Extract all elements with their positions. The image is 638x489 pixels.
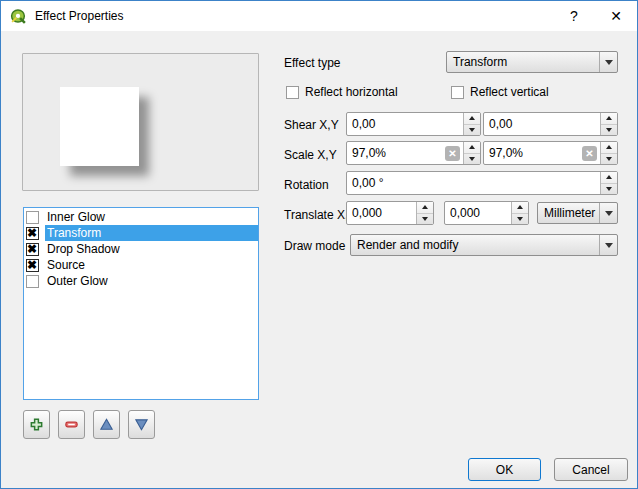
list-item[interactable]: Transform xyxy=(24,225,258,241)
effect-properties-dialog: Effect Properties ? ✕ Inner Glow Transfo… xyxy=(0,0,638,489)
checkbox-label: Reflect horizontal xyxy=(305,85,398,99)
move-down-icon xyxy=(134,417,149,432)
spin-down-button[interactable] xyxy=(512,214,528,225)
effect-label: Transform xyxy=(45,225,258,241)
shear-y-spinbox[interactable]: 0,00 xyxy=(483,112,618,136)
effect-checkbox[interactable] xyxy=(26,211,39,224)
shear-x-spinbox[interactable]: 0,00 xyxy=(346,112,481,136)
scale-label: Scale X,Y xyxy=(284,148,337,162)
effect-type-select[interactable]: Transform xyxy=(446,51,618,73)
shear-y-value: 0,00 xyxy=(484,113,600,135)
effect-type-label: Effect type xyxy=(284,56,340,70)
scale-x-spinbox[interactable]: 97,0% ✕ xyxy=(346,141,481,165)
scale-y-value: 97,0% xyxy=(484,142,582,164)
scale-x-value: 97,0% xyxy=(347,142,445,164)
effect-preview xyxy=(22,53,259,191)
translate-x-spinbox[interactable]: 0,000 xyxy=(346,201,434,225)
chevron-down-icon xyxy=(599,203,617,223)
spin-down-button[interactable] xyxy=(464,125,480,136)
translate-y-spinbox[interactable]: 0,000 xyxy=(444,201,529,225)
reflect-vertical-checkbox[interactable]: Reflect vertical xyxy=(451,85,549,99)
spin-down-button[interactable] xyxy=(601,125,617,136)
effect-label: Source xyxy=(45,257,258,273)
checkbox-box xyxy=(451,86,464,99)
effect-checkbox[interactable] xyxy=(26,275,39,288)
spin-up-button[interactable] xyxy=(464,142,480,154)
cancel-button[interactable]: Cancel xyxy=(554,458,628,481)
effect-type-value: Transform xyxy=(447,52,599,72)
effect-checkbox[interactable] xyxy=(26,243,39,256)
add-effect-icon xyxy=(29,417,44,432)
ok-button[interactable]: OK xyxy=(468,458,541,481)
close-button[interactable]: ✕ xyxy=(595,1,637,31)
shear-label: Shear X,Y xyxy=(284,118,339,132)
checkbox-box xyxy=(286,86,299,99)
reflect-horizontal-checkbox[interactable]: Reflect horizontal xyxy=(286,85,398,99)
spin-up-button[interactable] xyxy=(601,172,617,184)
effect-label: Inner Glow xyxy=(45,209,258,225)
rotation-spinbox[interactable]: 0,00 ° xyxy=(346,171,618,195)
list-item[interactable]: Drop Shadow xyxy=(24,241,258,257)
scale-y-spinbox[interactable]: 97,0% ✕ xyxy=(483,141,618,165)
translate-y-value: 0,000 xyxy=(445,202,511,224)
spin-down-button[interactable] xyxy=(601,154,617,165)
title-bar: Effect Properties ? ✕ xyxy=(1,1,637,31)
effect-checkbox[interactable] xyxy=(26,227,39,240)
chevron-down-icon xyxy=(599,52,617,72)
spin-down-button[interactable] xyxy=(464,154,480,165)
spin-down-button[interactable] xyxy=(417,214,433,225)
list-item[interactable]: Source xyxy=(24,257,258,273)
effects-list: Inner Glow Transform Drop Shadow Source … xyxy=(23,207,259,400)
clear-icon[interactable]: ✕ xyxy=(582,146,597,161)
help-button[interactable]: ? xyxy=(553,1,595,31)
add-effect-button[interactable] xyxy=(23,410,50,439)
draw-mode-label: Draw mode xyxy=(284,239,345,253)
window-title: Effect Properties xyxy=(35,9,124,23)
spin-up-button[interactable] xyxy=(464,113,480,125)
translate-x-value: 0,000 xyxy=(347,202,416,224)
effect-checkbox[interactable] xyxy=(26,259,39,272)
spin-down-button[interactable] xyxy=(601,184,617,195)
shear-x-value: 0,00 xyxy=(347,113,463,135)
rotation-value: 0,00 ° xyxy=(347,172,600,194)
spin-up-button[interactable] xyxy=(601,142,617,154)
spin-up-button[interactable] xyxy=(417,202,433,214)
translate-units-select[interactable]: Millimeter xyxy=(537,202,618,224)
remove-effect-icon xyxy=(64,417,79,432)
chevron-down-icon xyxy=(599,235,617,255)
move-up-button[interactable] xyxy=(93,410,120,439)
list-item[interactable]: Inner Glow xyxy=(24,209,258,225)
qgis-logo-icon xyxy=(10,8,27,25)
effect-label: Drop Shadow xyxy=(45,241,258,257)
clear-icon[interactable]: ✕ xyxy=(445,146,460,161)
rotation-label: Rotation xyxy=(284,178,329,192)
draw-mode-select[interactable]: Render and modify xyxy=(350,234,618,256)
checkbox-label: Reflect vertical xyxy=(470,85,549,99)
spin-up-button[interactable] xyxy=(512,202,528,214)
move-up-icon xyxy=(99,417,114,432)
preview-sample-square xyxy=(60,87,139,166)
spin-up-button[interactable] xyxy=(601,113,617,125)
move-down-button[interactable] xyxy=(128,410,155,439)
list-item[interactable]: Outer Glow xyxy=(24,273,258,289)
remove-effect-button[interactable] xyxy=(58,410,85,439)
translate-units-value: Millimeter xyxy=(538,203,599,223)
effect-label: Outer Glow xyxy=(45,273,258,289)
draw-mode-value: Render and modify xyxy=(351,235,599,255)
